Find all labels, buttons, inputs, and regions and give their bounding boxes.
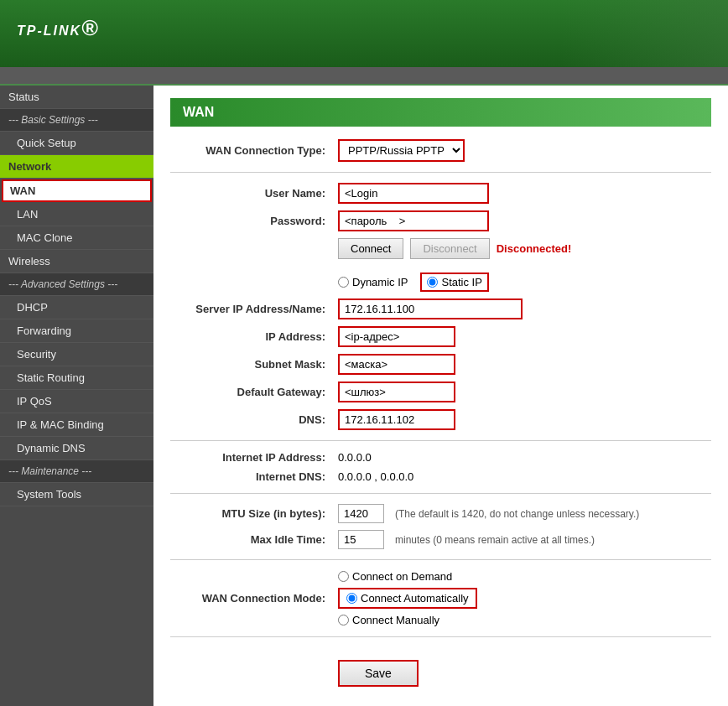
dns-control [338,409,455,430]
dynamic-ip-radio[interactable] [338,277,349,288]
wan-connection-type-row: WAN Connection Type: PPTP/Russia PPTP Dy… [170,139,711,162]
ip-address-row: IP Address: [170,326,711,347]
internet-ip-value: 0.0.0.0 [338,451,372,464]
mode-manual-label: Connect Manually [352,614,439,626]
static-ip-radio[interactable] [427,277,438,288]
disconnect-button[interactable]: Disconnect [410,238,489,259]
sidebar-item-wireless[interactable]: Wireless [0,250,153,273]
max-idle-label: Max Idle Time: [170,533,338,546]
max-idle-control: minutes (0 means remain active at all ti… [338,530,595,549]
save-row: Save [170,647,711,687]
sidebar-item-ip-qos[interactable]: IP QoS [0,390,153,413]
mode-manual-radio[interactable] [338,615,349,626]
sidebar-item-status[interactable]: Status [0,86,153,109]
layout: Status --- Basic Settings --- Quick Setu… [0,86,728,706]
username-label: User Name: [170,187,338,200]
sidebar-item-wan[interactable]: WAN [2,179,152,202]
internet-dns-control: 0.0.0.0 , 0.0.0.0 [338,470,413,483]
password-row: Password: [170,210,711,231]
sidebar-item-dhcp[interactable]: DHCP [0,296,153,319]
sidebar-item-lan[interactable]: LAN [0,203,153,226]
sidebar-item-quick-setup[interactable]: Quick Setup [0,132,153,155]
mode-auto-label: Connect Automatically [361,592,469,605]
ip-address-control [338,326,455,347]
connect-button[interactable]: Connect [338,238,403,259]
divider-3 [170,493,711,494]
divider-2 [170,440,711,441]
mtu-row: MTU Size (in bytes): (The default is 142… [170,504,711,523]
mtu-label: MTU Size (in bytes): [170,507,338,520]
subnet-mask-row: Subnet Mask: [170,354,711,375]
sidebar-section-maintenance: --- Maintenance --- [0,460,153,483]
sidebar-item-network[interactable]: Network [0,155,153,179]
sidebar-item-mac-clone[interactable]: MAC Clone [0,226,153,250]
wan-connection-type-select[interactable]: PPTP/Russia PPTP Dynamic IP Static IP PP… [338,139,465,162]
wan-connection-type-label: WAN Connection Type: [170,144,338,157]
server-ip-row: Server IP Address/Name: [170,298,711,319]
mtu-input[interactable] [338,504,384,523]
subnet-mask-label: Subnet Mask: [170,358,338,371]
mode-demand-label: Connect on Demand [352,570,452,583]
password-label: Password: [170,215,338,227]
ip-type-control: Dynamic IP Static IP [338,273,489,292]
sidebar-item-forwarding[interactable]: Forwarding [0,319,153,343]
dns-input[interactable] [338,409,455,430]
username-input[interactable] [338,183,489,204]
dynamic-ip-label: Dynamic IP [352,276,408,288]
wan-mode-control: Connect on Demand Connect Automatically … [338,570,477,626]
max-idle-input[interactable] [338,530,384,549]
internet-dns-value: 0.0.0.0 , 0.0.0.0 [338,470,413,483]
connect-control: Connect Disconnect Disconnected! [338,238,571,259]
server-ip-label: Server IP Address/Name: [170,303,338,315]
mode-auto-radio[interactable] [346,593,357,604]
static-ip-option[interactable]: Static IP [427,276,481,288]
mtu-hint: (The default is 1420, do not change unle… [395,508,639,520]
default-gateway-input[interactable] [338,382,455,402]
mtu-control: (The default is 1420, do not change unle… [338,504,639,523]
divider-5 [170,636,711,637]
internet-dns-label: Internet DNS: [170,470,338,483]
header: TP-LINK® [0,0,728,67]
dynamic-ip-option[interactable]: Dynamic IP [338,276,408,288]
default-gateway-control [338,382,455,402]
nav-bar [0,67,728,86]
internet-ip-row: Internet IP Address: 0.0.0.0 [170,451,711,464]
ip-type-row: Dynamic IP Static IP [170,273,711,292]
username-row: User Name: [170,183,711,204]
password-control [338,210,489,231]
username-control [338,183,489,204]
sidebar: Status --- Basic Settings --- Quick Setu… [0,86,153,706]
mode-auto-option[interactable]: Connect Automatically [346,592,469,605]
sidebar-item-security[interactable]: Security [0,343,153,366]
mode-demand-option[interactable]: Connect on Demand [338,570,477,583]
sidebar-item-dynamic-dns[interactable]: Dynamic DNS [0,437,153,460]
ip-address-input[interactable] [338,326,455,347]
internet-dns-row: Internet DNS: 0.0.0.0 , 0.0.0.0 [170,470,711,483]
ip-address-label: IP Address: [170,330,338,343]
mode-manual-option[interactable]: Connect Manually [338,614,477,626]
page-title: WAN [170,98,711,127]
sidebar-section-advanced: --- Advanced Settings --- [0,273,153,296]
save-button[interactable]: Save [338,660,419,687]
default-gateway-label: Default Gateway: [170,386,338,398]
internet-ip-control: 0.0.0.0 [338,451,372,464]
internet-ip-label: Internet IP Address: [170,451,338,464]
wan-mode-row: WAN Connection Mode: Connect on Demand C… [170,570,711,626]
max-idle-hint: minutes (0 means remain active at all ti… [395,534,595,546]
subnet-mask-input[interactable] [338,354,455,375]
default-gateway-row: Default Gateway: [170,382,711,402]
sidebar-item-static-routing[interactable]: Static Routing [0,366,153,390]
server-ip-input[interactable] [338,298,523,319]
logo-text: TP-LINK [17,23,81,38]
connect-row: Connect Disconnect Disconnected! [170,238,711,259]
sidebar-item-ip-mac-binding[interactable]: IP & MAC Binding [0,413,153,437]
sidebar-item-system-tools[interactable]: System Tools [0,483,153,506]
max-idle-row: Max Idle Time: minutes (0 means remain a… [170,530,711,549]
dns-label: DNS: [170,413,338,426]
mode-demand-radio[interactable] [338,571,349,582]
password-input[interactable] [338,210,489,231]
subnet-mask-control [338,354,455,375]
divider-4 [170,559,711,560]
divider-1 [170,172,711,173]
server-ip-control [338,298,523,319]
